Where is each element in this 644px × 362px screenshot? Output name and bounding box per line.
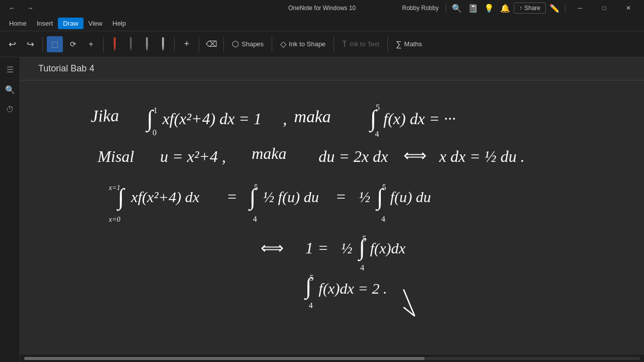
svg-text:1: 1	[153, 106, 157, 115]
svg-text:4: 4	[309, 301, 313, 310]
bell-icon[interactable]: 🔔	[498, 1, 513, 16]
add-pen-button[interactable]: +	[179, 36, 195, 52]
svg-text:0: 0	[152, 128, 156, 137]
math-canvas: Jika ∫ 1 0 xf(x²+4) dx = 1 , maka ∫ 5 4 …	[38, 88, 626, 343]
shapes-button[interactable]: ⬡ Shapes	[228, 37, 268, 51]
svg-text:4: 4	[381, 215, 385, 223]
menubar: Home Insert Draw View Help	[0, 16, 644, 31]
search-icon[interactable]: 🔍	[449, 1, 464, 16]
svg-text:1: 1	[305, 239, 313, 257]
maths-button[interactable]: ∑ Maths	[392, 38, 426, 51]
svg-text:5: 5	[362, 234, 366, 243]
ink-to-text-button[interactable]: T Ink to Text	[338, 38, 383, 51]
svg-text:du = 2x dx: du = 2x dx	[318, 148, 388, 165]
shapes-label: Shapes	[242, 40, 264, 48]
svg-text:=: =	[227, 188, 236, 206]
redo-button[interactable]: ↪	[22, 36, 38, 52]
close-button[interactable]: ✕	[617, 0, 640, 16]
pen-mode-icon[interactable]: ✏️	[547, 1, 562, 16]
share-label: Share	[524, 5, 540, 12]
separator2	[103, 37, 104, 52]
menu-draw[interactable]: Draw	[58, 18, 83, 29]
share-button[interactable]: ↑ Share	[514, 3, 546, 14]
svg-text:5: 5	[310, 274, 314, 282]
svg-text:5: 5	[382, 183, 386, 192]
menu-view[interactable]: View	[84, 18, 108, 29]
svg-text:½: ½	[341, 240, 353, 257]
notebook-icon[interactable]: 📓	[465, 1, 480, 16]
svg-text:f(x) dx = ···: f(x) dx = ···	[383, 110, 456, 128]
divider	[446, 3, 446, 13]
svg-text:f(u) du: f(u) du	[390, 189, 431, 206]
titlebar: ← → OneNote for Windows 10 Robby Robby 🔍…	[0, 0, 644, 16]
svg-text:=: =	[318, 239, 328, 257]
pen-red[interactable]	[108, 36, 122, 52]
svg-marker-7	[162, 47, 164, 51]
light-icon[interactable]: 💡	[481, 1, 497, 16]
separator1	[42, 37, 43, 52]
minimize-button[interactable]: ─	[569, 0, 592, 16]
svg-text:f(x)dx = 2 .: f(x)dx = 2 .	[318, 280, 387, 297]
svg-text:x dx = ½ du .: x dx = ½ du .	[439, 148, 525, 165]
ink-to-text-icon: T	[342, 40, 347, 49]
separator7	[334, 37, 334, 52]
menu-help[interactable]: Help	[108, 18, 131, 29]
user-name: Robby Robby	[402, 5, 439, 12]
notebook-title: Tutorial Bab 4	[20, 57, 644, 80]
scrollbar-track[interactable]	[24, 357, 640, 360]
scrollbar-thumb[interactable]	[24, 357, 425, 360]
svg-marker-5	[146, 47, 148, 51]
svg-text:xf(x²+4) dx: xf(x²+4) dx	[131, 189, 200, 206]
svg-text:=: =	[337, 188, 346, 206]
svg-rect-6	[162, 37, 164, 47]
svg-text:,: ,	[283, 110, 287, 128]
svg-text:Misal: Misal	[97, 148, 134, 165]
undo-button[interactable]: ↩	[4, 36, 20, 52]
ink-to-shape-button[interactable]: ◇ Ink to Shape	[276, 37, 330, 51]
svg-text:4: 4	[360, 263, 364, 272]
svg-text:Jika: Jika	[91, 106, 119, 126]
pen-light[interactable]	[156, 36, 170, 52]
sidebar-search[interactable]: 🔍	[2, 81, 18, 98]
separator5	[223, 37, 224, 52]
svg-text:⟺: ⟺	[404, 147, 427, 164]
sidebar-notebooks[interactable]: ☰	[2, 61, 18, 77]
svg-marker-3	[130, 47, 132, 51]
svg-text:x=1: x=1	[108, 184, 120, 192]
svg-text:4: 4	[253, 215, 257, 223]
eraser-tool[interactable]: ⌫	[203, 36, 219, 52]
pen-dark[interactable]	[124, 36, 138, 52]
toolbar: ↩ ↪ ⬚ ⟳ + + ⌫ ⬡	[0, 31, 644, 57]
divider2	[565, 3, 566, 13]
back-button[interactable]: ←	[4, 0, 20, 16]
svg-text:5: 5	[254, 183, 258, 192]
svg-text:½: ½	[359, 189, 370, 206]
add-tool[interactable]: +	[83, 36, 99, 52]
menu-home[interactable]: Home	[4, 18, 32, 29]
share-icon: ↑	[519, 5, 522, 12]
maximize-button[interactable]: □	[593, 0, 616, 16]
select-tool[interactable]: ⬚	[47, 36, 63, 52]
sidebar-history[interactable]: ⏱	[2, 102, 18, 118]
sidebar: ☰ 🔍 ⏱	[0, 57, 20, 362]
menu-insert[interactable]: Insert	[32, 18, 58, 29]
separator6	[272, 37, 272, 52]
ink-to-text-label: Ink to Text	[350, 40, 379, 48]
lasso-tool[interactable]: ⟳	[65, 36, 81, 52]
app-title: OneNote for Windows 10	[288, 5, 356, 12]
forward-button[interactable]: →	[22, 0, 38, 16]
maths-label: Maths	[404, 40, 422, 48]
separator4	[199, 37, 199, 52]
svg-rect-4	[146, 37, 148, 47]
svg-text:4: 4	[375, 130, 379, 138]
canvas-area[interactable]: Jika ∫ 1 0 xf(x²+4) dx = 1 , maka ∫ 5 4 …	[20, 80, 644, 351]
svg-marker-1	[114, 47, 116, 51]
svg-text:5: 5	[376, 103, 380, 112]
main-content: Tutorial Bab 4 Jika ∫ 1 0 xf(x²+4) dx = …	[20, 57, 644, 354]
svg-text:maka: maka	[252, 145, 286, 162]
separator8	[387, 37, 388, 52]
pen-gray[interactable]	[140, 36, 154, 52]
ink-to-shape-icon: ◇	[280, 39, 286, 49]
svg-text:½ f(u) du: ½ f(u) du	[263, 189, 318, 206]
scrollbar[interactable]	[20, 354, 644, 362]
